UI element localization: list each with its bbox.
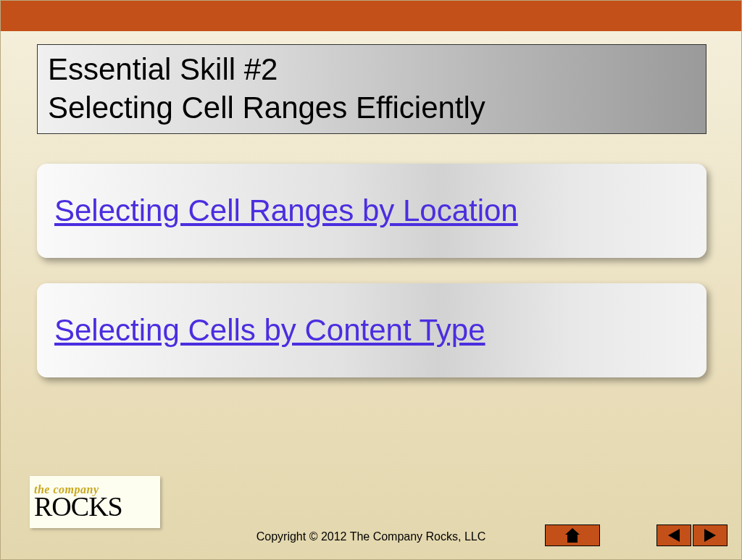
link-card-content-type[interactable]: Selecting Cells by Content Type xyxy=(37,283,706,377)
arrow-left-icon xyxy=(668,529,680,542)
slide-title-box: Essential Skill #2 Selecting Cell Ranges… xyxy=(37,44,706,134)
logo-text-bottom: ROCKS xyxy=(34,493,156,520)
copyright-text: Copyright © 2012 The Company Rocks, LLC xyxy=(1,530,741,543)
link-by-content-type[interactable]: Selecting Cells by Content Type xyxy=(54,313,485,348)
title-line-2: Selecting Cell Ranges Efficiently xyxy=(48,89,696,128)
home-icon xyxy=(565,528,580,543)
home-button[interactable] xyxy=(545,525,600,546)
link-card-location[interactable]: Selecting Cell Ranges by Location xyxy=(37,164,706,258)
title-line-1: Essential Skill #2 xyxy=(48,51,696,89)
company-logo: the company ROCKS xyxy=(30,476,160,528)
arrow-right-icon xyxy=(704,529,716,542)
top-accent-bar xyxy=(1,1,741,31)
next-button[interactable] xyxy=(693,525,728,546)
previous-button[interactable] xyxy=(656,525,691,546)
link-by-location[interactable]: Selecting Cell Ranges by Location xyxy=(54,193,518,228)
